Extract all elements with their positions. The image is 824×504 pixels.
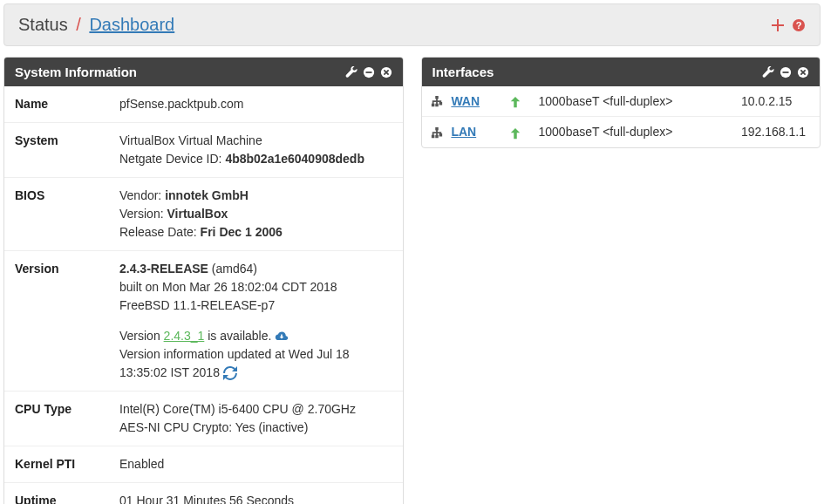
system-information-panel: System Information Name xyxy=(3,57,404,504)
close-icon[interactable] xyxy=(797,66,809,78)
label-cpu: CPU Type xyxy=(4,392,109,446)
value-name: pfSense.packtpub.com xyxy=(109,86,403,123)
panel-title: System Information xyxy=(15,65,137,79)
system-information-header: System Information xyxy=(4,58,403,86)
interface-media-wan: 1000baseT <full-duplex> xyxy=(530,86,733,117)
version-freebsd: FreeBSD 11.1-RELEASE-p7 xyxy=(119,296,392,315)
close-icon[interactable] xyxy=(380,66,392,78)
label-version: Version xyxy=(4,251,109,392)
label-bios: BIOS xyxy=(4,178,109,251)
minimize-icon[interactable] xyxy=(363,66,375,78)
version-available-link[interactable]: 2.4.3_1 xyxy=(164,329,205,343)
value-uptime: 01 Hour 31 Minutes 56 Seconds xyxy=(109,483,403,505)
row-system: System VirtualBox Virtual Machine Netgat… xyxy=(4,123,403,178)
interface-media-lan: 1000baseT <full-duplex> xyxy=(530,117,733,147)
arrow-up-icon xyxy=(509,96,521,108)
breadcrumb-status: Status xyxy=(18,15,68,34)
value-bios: Vendor: innotek GmbH Version: VirtualBox… xyxy=(109,178,403,251)
interfaces-table: WAN 1000baseT <full-duplex> 10.0.2.15 xyxy=(422,86,821,147)
bios-version: Version: VirtualBox xyxy=(119,205,392,223)
row-version: Version 2.4.3-RELEASE (amd64) built on M… xyxy=(4,251,403,392)
label-pti: Kernel PTI xyxy=(4,446,109,483)
help-icon[interactable]: ? xyxy=(792,18,806,32)
breadcrumb: Status / Dashboard xyxy=(18,15,174,35)
row-cpu: CPU Type Intel(R) Core(TM) i5-6400 CPU @… xyxy=(4,392,403,446)
label-system: System xyxy=(4,123,109,178)
minimize-icon[interactable] xyxy=(780,66,792,78)
cpu-crypto: AES-NI CPU Crypto: Yes (inactive) xyxy=(119,419,392,437)
label-uptime: Uptime xyxy=(4,483,109,505)
row-bios: BIOS Vendor: innotek GmbH Version: Virtu… xyxy=(4,178,403,251)
interface-ip-wan: 10.0.2.15 xyxy=(732,86,820,117)
version-updated: Version information updated at Wed Jul 1… xyxy=(119,345,392,382)
interfaces-panel: Interfaces xyxy=(421,57,821,148)
row-uptime: Uptime 01 Hour 31 Minutes 56 Seconds xyxy=(4,483,403,505)
interface-row-lan: LAN 1000baseT <full-duplex> 192.168.1.1 xyxy=(422,117,821,147)
wrench-icon[interactable] xyxy=(762,66,774,78)
row-pti: Kernel PTI Enabled xyxy=(4,446,403,483)
interfaces-header: Interfaces xyxy=(422,58,821,86)
svg-rect-3 xyxy=(365,72,371,73)
system-machine: VirtualBox Virtual Machine xyxy=(119,132,392,150)
header-actions: ? xyxy=(771,18,806,32)
breadcrumb-separator: / xyxy=(76,15,81,34)
system-device-id: Netgate Device ID: 4b8b02a1e6040908dedb xyxy=(119,150,392,168)
wrench-icon[interactable] xyxy=(345,66,358,78)
breadcrumb-dashboard[interactable]: Dashboard xyxy=(89,15,174,34)
version-built: built on Mon Mar 26 18:02:04 CDT 2018 xyxy=(119,278,392,296)
version-available: Version 2.4.3_1 is available. xyxy=(119,327,392,345)
value-pti: Enabled xyxy=(109,446,403,483)
interface-row-wan: WAN 1000baseT <full-duplex> 10.0.2.15 xyxy=(422,86,821,117)
cloud-download-icon[interactable] xyxy=(275,330,289,343)
bios-vendor: Vendor: innotek GmbH xyxy=(119,187,392,205)
page-header: Status / Dashboard ? xyxy=(3,3,821,46)
label-name: Name xyxy=(4,86,109,123)
refresh-icon[interactable] xyxy=(223,366,237,380)
value-version: 2.4.3-RELEASE (amd64) built on Mon Mar 2… xyxy=(109,251,403,392)
cpu-model: Intel(R) Core(TM) i5-6400 CPU @ 2.70GHz xyxy=(119,400,392,419)
svg-text:?: ? xyxy=(796,20,802,31)
arrow-up-icon xyxy=(509,127,521,140)
sitemap-icon xyxy=(431,96,443,108)
value-cpu: Intel(R) Core(TM) i5-6400 CPU @ 2.70GHz … xyxy=(109,392,403,446)
value-system: VirtualBox Virtual Machine Netgate Devic… xyxy=(109,123,403,178)
interface-link-wan[interactable]: WAN xyxy=(451,94,480,108)
svg-rect-6 xyxy=(783,72,789,73)
row-name: Name pfSense.packtpub.com xyxy=(4,86,403,123)
panel-title: Interfaces xyxy=(432,65,494,79)
version-release: 2.4.3-RELEASE (amd64) xyxy=(119,260,392,278)
bios-date: Release Date: Fri Dec 1 2006 xyxy=(119,223,392,242)
system-info-table: Name pfSense.packtpub.com System Virtual… xyxy=(4,86,403,504)
plus-icon[interactable] xyxy=(771,18,785,32)
interface-ip-lan: 192.168.1.1 xyxy=(732,117,820,147)
sitemap-icon xyxy=(431,127,443,140)
interface-link-lan[interactable]: LAN xyxy=(451,125,476,139)
